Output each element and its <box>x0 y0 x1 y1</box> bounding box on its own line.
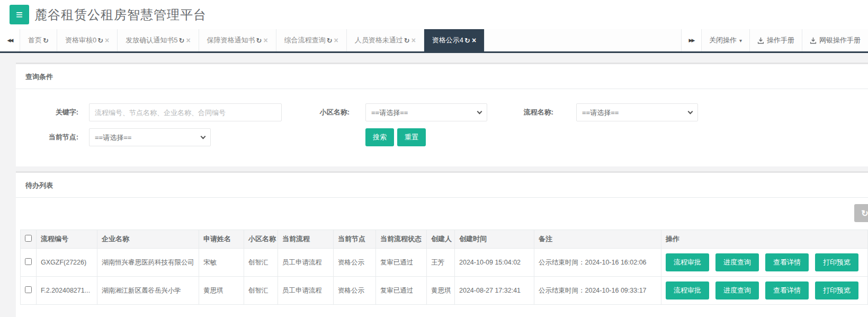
refresh-icon[interactable]: ↻ <box>327 37 333 45</box>
cell-current-flow: 员工申请流程 <box>278 277 334 305</box>
todo-table: 流程编号 企业名称 申请姓名 小区名称 当前流程 当前节点 当前流程状态 创建人… <box>20 230 868 305</box>
col-current-flow: 当前流程 <box>278 230 334 249</box>
tab-personnel-not-passed[interactable]: 人员资格未通过 ↻ × <box>347 29 424 51</box>
cell-current-flow: 员工申请流程 <box>278 249 334 277</box>
cell-community: 创智汇 <box>244 249 278 277</box>
process-approve-button[interactable]: 流程审批 <box>666 253 709 271</box>
tab-comprehensive-process-query[interactable]: 综合流程查询 ↻ × <box>276 29 347 51</box>
refresh-icon[interactable]: ↻ <box>97 37 103 45</box>
print-preview-button[interactable]: 打印预览 <box>815 253 858 271</box>
col-company: 企业名称 <box>97 230 199 249</box>
caret-down-icon: ▾ <box>739 38 742 43</box>
select-all-checkbox[interactable] <box>25 235 32 242</box>
tab-home[interactable]: 首页 ↻ <box>20 29 57 51</box>
cell-current-node: 资格公示 <box>334 249 376 277</box>
cell-company: 湖南恒兴睿思医药科技有限公司 <box>97 249 199 277</box>
tab-label: 资格审核0 <box>65 36 96 45</box>
tab-issue-confirmation-notice[interactable]: 发放确认通知书5 ↻ × <box>118 29 199 51</box>
chevrons-right-icon: ▶▶ <box>689 38 694 43</box>
tab-list: 首页 ↻ 资格审核0 ↻ × 发放确认通知书5 ↻ × 保障资格通知书 ↻ × … <box>20 29 485 51</box>
current-node-select[interactable]: ==请选择== <box>89 128 211 146</box>
process-approve-button[interactable]: 流程审批 <box>666 281 709 300</box>
tab-qualification-publicity[interactable]: 资格公示4 ↻ × <box>424 29 485 51</box>
refresh-icon[interactable]: ↻ <box>464 37 470 45</box>
process-name-select-control[interactable]: ==请选择== <box>576 103 698 121</box>
tabbar-right-actions: ▶▶ 关闭操作 ▾ 操作手册 网银操作手册 <box>681 29 868 51</box>
close-icon[interactable]: × <box>263 36 267 45</box>
refresh-icon[interactable]: ↻ <box>43 37 49 45</box>
view-details-button[interactable]: 查看详情 <box>765 253 809 271</box>
menu-toggle-button[interactable]: ≡ <box>10 5 29 24</box>
view-details-button[interactable]: 查看详情 <box>765 281 809 300</box>
tab-guarantee-qualification-notice[interactable]: 保障资格通知书 ↻ × <box>199 29 276 51</box>
reset-button[interactable]: 重置 <box>397 128 426 146</box>
cell-company: 湖南湘江新区麓谷岳兴小学 <box>97 277 199 305</box>
close-icon[interactable]: × <box>105 36 109 45</box>
close-icon[interactable]: × <box>472 36 476 45</box>
col-applicant: 申请姓名 <box>199 230 244 249</box>
search-button[interactable]: 搜索 <box>365 128 394 146</box>
tab-qualification-review[interactable]: 资格审核0 ↻ × <box>57 29 118 51</box>
query-panel: 查询条件 关键字: 小区名称: ==请选择== 流程名称: ==请选择== <box>16 63 868 166</box>
cell-creator: 黄思琪 <box>427 277 455 305</box>
keyword-label: 关键字: <box>16 108 78 117</box>
process-name-select[interactable]: ==请选择== <box>576 103 698 121</box>
col-actions: 操作 <box>661 230 868 249</box>
cell-flow-status: 复审已通过 <box>376 249 427 277</box>
table-refresh-button[interactable]: ↻ <box>854 204 868 222</box>
query-form: 关键字: 小区名称: ==请选择== 流程名称: ==请选择== <box>16 89 868 166</box>
cell-process-no: GXGZF(27226) <box>37 249 97 277</box>
cell-applicant: 黄思琪 <box>199 277 244 305</box>
table-header-row: 流程编号 企业名称 申请姓名 小区名称 当前流程 当前节点 当前流程状态 创建人… <box>21 230 868 249</box>
col-process-no: 流程编号 <box>37 230 97 249</box>
current-node-label: 当前节点: <box>16 133 78 142</box>
progress-query-button[interactable]: 进度查询 <box>715 253 759 271</box>
close-icon[interactable]: × <box>334 36 338 45</box>
tabs-scroll-left-button[interactable]: ◀◀ <box>0 29 20 51</box>
bank-manual-download-button[interactable]: 网银操作手册 <box>802 29 868 51</box>
row-checkbox[interactable] <box>25 286 32 293</box>
tab-label: 人员资格未通过 <box>355 36 403 45</box>
operation-manual-label: 操作手册 <box>767 36 794 45</box>
cell-creator: 王芳 <box>427 249 455 277</box>
tabs-scroll-right-button[interactable]: ▶▶ <box>681 29 701 51</box>
cell-community: 创智汇 <box>244 277 278 305</box>
current-node-select-control[interactable]: ==请选择== <box>89 128 211 146</box>
close-icon[interactable]: × <box>186 36 190 45</box>
tab-label: 综合流程查询 <box>284 36 326 45</box>
main-content: 查询条件 关键字: 小区名称: ==请选择== 流程名称: ==请选择== <box>0 53 868 317</box>
query-panel-header: 查询条件 <box>16 64 868 89</box>
tab-label: 资格公示4 <box>432 36 463 45</box>
bank-manual-label: 网银操作手册 <box>819 36 861 45</box>
refresh-icon[interactable]: ↻ <box>256 37 262 45</box>
community-select[interactable]: ==请选择== <box>365 103 487 121</box>
operation-manual-download-button[interactable]: 操作手册 <box>749 29 802 51</box>
col-community: 小区名称 <box>244 230 278 249</box>
cell-remark: 公示结束时间：2024-10-16 16:02:06 <box>534 249 661 277</box>
close-operations-dropdown[interactable]: 关闭操作 ▾ <box>701 29 749 51</box>
download-icon <box>810 37 817 44</box>
cell-remark: 公示结束时间：2024-10-16 09:33:17 <box>534 277 661 305</box>
progress-query-button[interactable]: 进度查询 <box>715 281 759 300</box>
cell-process-no: F.2.202408271... <box>37 277 97 305</box>
col-current-node: 当前节点 <box>334 230 376 249</box>
keyword-input[interactable] <box>89 103 282 121</box>
row-checkbox[interactable] <box>25 258 32 265</box>
cell-created-at: 2024-08-27 17:32:41 <box>455 277 534 305</box>
tab-label: 发放确认通知书5 <box>126 36 177 45</box>
refresh-icon: ↻ <box>861 209 868 218</box>
todo-panel-title: 待办列表 <box>25 181 858 190</box>
col-remark: 备注 <box>534 230 661 249</box>
col-created-at: 创建时间 <box>455 230 534 249</box>
close-icon[interactable]: × <box>411 36 416 45</box>
refresh-icon[interactable]: ↻ <box>404 37 410 45</box>
cell-flow-status: 复审已通过 <box>376 277 427 305</box>
print-preview-button[interactable]: 打印预览 <box>815 281 858 300</box>
community-select-control[interactable]: ==请选择== <box>365 103 487 121</box>
cell-applicant: 宋敏 <box>199 249 244 277</box>
community-label: 小区名称: <box>282 108 350 117</box>
app-title: 麓谷租赁公租房智慧管理平台 <box>34 6 207 23</box>
tab-label: 保障资格通知书 <box>207 36 255 45</box>
col-creator: 创建人 <box>427 230 455 249</box>
refresh-icon[interactable]: ↻ <box>178 37 184 45</box>
